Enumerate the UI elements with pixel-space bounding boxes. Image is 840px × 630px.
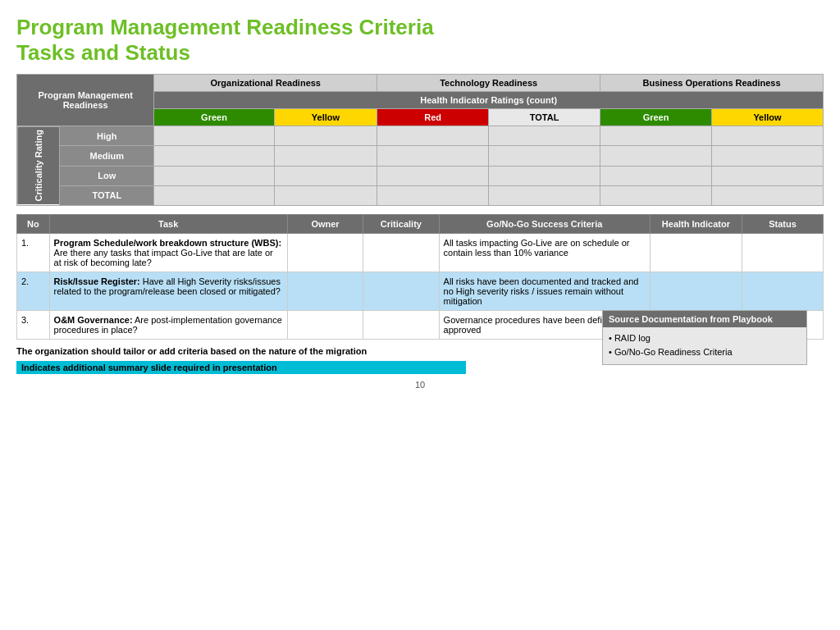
table-row: 1. Program Schedule/work breakdown struc… [17, 233, 824, 272]
row-owner [287, 233, 363, 272]
row-criticality [363, 310, 439, 339]
col-header-owner: Owner [287, 214, 363, 233]
row-no: 3. [17, 310, 50, 339]
footer-note: The organization should tailor or add cr… [16, 346, 468, 356]
row-task: Risk/Issue Register: Have all High Sever… [49, 272, 287, 310]
col-header-no: No [17, 214, 50, 233]
footer-highlight: Indicates additional summary slide requi… [16, 361, 466, 374]
source-box-body: • RAID log • Go/No-Go Readiness Criteria [603, 327, 806, 364]
col-header-task: Task [49, 214, 287, 233]
data-cell [489, 146, 600, 166]
source-box-header: Source Documentation from Playbook [603, 311, 806, 327]
header-biz: Business Operations Readiness [600, 75, 824, 92]
row-owner [287, 272, 363, 310]
data-cell [600, 126, 712, 146]
source-item-2: • Go/No-Go Readiness Criteria [609, 345, 801, 360]
criticality-rating-label: Criticality Rating [17, 126, 60, 205]
data-cell [489, 126, 600, 146]
col-green2: Green [600, 109, 712, 126]
col-red: Red [377, 109, 489, 126]
data-cell [154, 146, 274, 166]
source-item-1: • RAID log [609, 331, 801, 346]
data-cell [274, 146, 377, 166]
row-health [650, 272, 742, 310]
data-cell [154, 166, 274, 185]
summary-table: Program Management Readiness Organizatio… [16, 74, 824, 205]
row-criticality [363, 233, 439, 272]
level-high: High [60, 126, 154, 146]
row-owner [287, 310, 363, 339]
row-status [742, 272, 824, 310]
data-cell [600, 185, 712, 205]
col-yellow2: Yellow [712, 109, 824, 126]
row-criteria: All risks have been documented and track… [439, 272, 650, 310]
level-low: Low [60, 166, 154, 185]
level-total: TOTAL [60, 185, 154, 205]
row-criteria: All tasks impacting Go-Live are on sched… [439, 233, 650, 272]
data-cell [377, 126, 489, 146]
data-cell [600, 146, 712, 166]
page-number: 10 [16, 380, 824, 390]
data-cell [489, 166, 600, 185]
data-cell [712, 146, 824, 166]
header-tech: Technology Readiness [377, 75, 600, 92]
row-task: Program Schedule/work breakdown structur… [49, 233, 287, 272]
data-cell [377, 185, 489, 205]
col-header-status: Status [742, 214, 824, 233]
col-header-health: Health Indicator [650, 214, 742, 233]
row-no: 2. [17, 272, 50, 310]
header-pmr: Program Management Readiness [17, 75, 154, 126]
data-cell [712, 126, 824, 146]
data-cell [154, 185, 274, 205]
health-indicator-label: Health Indicator Ratings (count) [154, 92, 824, 109]
row-task: O&M Governance: Are post-implementation … [49, 310, 287, 339]
row-health [650, 233, 742, 272]
data-cell [600, 166, 712, 185]
col-header-criticality: Criticality [363, 214, 439, 233]
data-cell [377, 166, 489, 185]
col-yellow: Yellow [274, 109, 377, 126]
level-medium: Medium [60, 146, 154, 166]
data-cell [154, 126, 274, 146]
data-cell [489, 185, 600, 205]
col-total: TOTAL [489, 109, 600, 126]
data-cell [377, 146, 489, 166]
col-header-criteria: Go/No-Go Success Criteria [439, 214, 650, 233]
row-status [742, 233, 824, 272]
page-title: Program Management Readiness Criteria Ta… [16, 15, 824, 66]
data-cell [274, 126, 377, 146]
row-no: 1. [17, 233, 50, 272]
data-cell [274, 166, 377, 185]
data-cell [712, 185, 824, 205]
data-cell [712, 166, 824, 185]
footer-section: The organization should tailor or add cr… [16, 346, 824, 390]
table-row: 2. Risk/Issue Register: Have all High Se… [17, 272, 824, 310]
col-green: Green [154, 109, 274, 126]
data-cell [274, 185, 377, 205]
header-org: Organizational Readiness [154, 75, 377, 92]
row-criticality [363, 272, 439, 310]
source-documentation-box: Source Documentation from Playbook • RAI… [602, 310, 807, 365]
